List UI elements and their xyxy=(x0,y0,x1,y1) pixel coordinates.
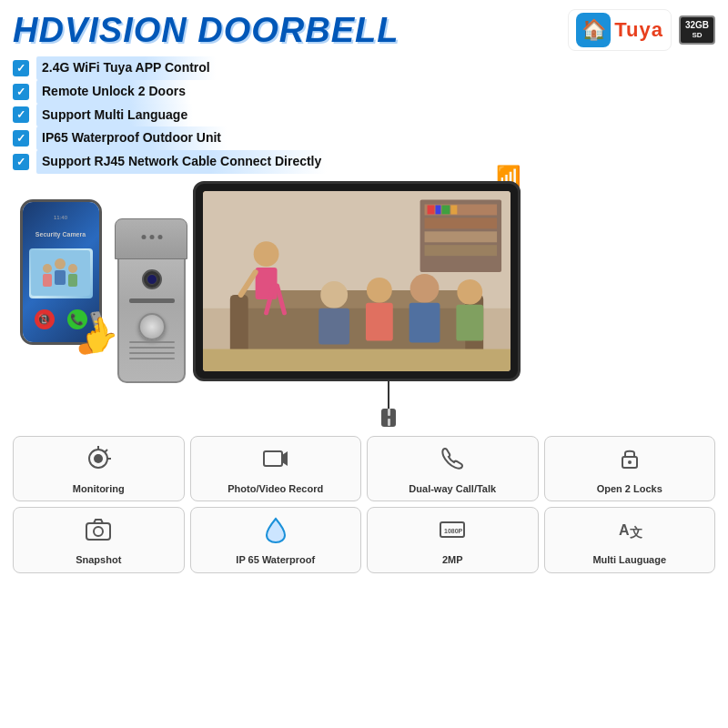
logos-area: 🏠 Tuya 32GB SD xyxy=(568,9,715,51)
svg-rect-22 xyxy=(203,349,511,371)
page-title: HDVISION DOORBELL xyxy=(13,11,399,50)
resolution-label: 2MP xyxy=(442,553,463,566)
vent-4 xyxy=(129,358,175,359)
feature-card-call: Dual-way Call/Talk xyxy=(367,436,539,501)
language-icon: A 文 xyxy=(615,515,644,550)
outdoor-slot xyxy=(129,298,175,303)
feature-card-monitoring: Monitoring xyxy=(13,436,185,501)
svg-rect-2 xyxy=(55,270,66,285)
monitoring-label: Monitoring xyxy=(73,482,125,495)
svg-line-39 xyxy=(105,450,107,452)
feature-item-1: ✓ 2.4G WiFi Tuya APP Control xyxy=(13,56,715,80)
svg-point-46 xyxy=(94,527,103,536)
svg-text:文: 文 xyxy=(630,525,642,540)
header: HDVISION DOORBELL 🏠 Tuya 32GB SD xyxy=(13,9,715,51)
feature-card-resolution: 1080P 2MP xyxy=(367,507,539,572)
svg-rect-35 xyxy=(456,305,483,341)
monitor-screen xyxy=(203,191,511,371)
end-call-button[interactable]: 📵 xyxy=(35,309,55,329)
svg-rect-4 xyxy=(43,274,52,287)
svg-point-3 xyxy=(43,264,52,273)
outdoor-dots xyxy=(141,235,162,239)
tuya-logo: 🏠 Tuya xyxy=(568,9,672,51)
feature-cards-grid: Monitoring Photo/Video Record Dual-way C… xyxy=(13,436,715,573)
svg-rect-33 xyxy=(410,303,440,343)
svg-point-37 xyxy=(94,454,103,463)
svg-rect-15 xyxy=(435,205,440,214)
tuya-home-icon: 🏠 xyxy=(576,13,611,47)
svg-point-44 xyxy=(628,460,632,464)
check-icon-2: ✓ xyxy=(13,84,29,100)
svg-rect-12 xyxy=(425,231,498,242)
snapshot-label: Snapshot xyxy=(76,553,121,566)
outdoor-dot-2 xyxy=(149,235,154,239)
svg-rect-45 xyxy=(86,523,110,540)
feature-card-snapshot: Snapshot xyxy=(13,507,185,572)
sd-card-badge: 32GB SD xyxy=(679,15,715,45)
locks-icon xyxy=(615,444,644,479)
tuya-brand-text: Tuya xyxy=(614,18,663,42)
plug-pin-2 xyxy=(388,419,390,426)
feature-text-3: Support Multi Language xyxy=(36,104,193,127)
feature-item-5: ✓ Support RJ45 Network Cable Connect Dir… xyxy=(13,150,715,174)
outdoor-dot-1 xyxy=(141,235,146,239)
feature-text-4: IP65 Waterproof Outdoor Unit xyxy=(36,126,227,150)
svg-point-28 xyxy=(320,281,348,308)
check-icon-4: ✓ xyxy=(13,130,29,147)
svg-point-34 xyxy=(457,279,482,305)
monitor-wrapper: 📶 xyxy=(193,181,530,427)
outdoor-unit: 👆 xyxy=(117,224,186,383)
svg-text:1080P: 1080P xyxy=(444,528,463,534)
doorbell-button[interactable] xyxy=(138,313,166,340)
svg-rect-24 xyxy=(256,268,278,299)
outdoor-vents xyxy=(129,341,175,363)
outdoor-camera xyxy=(142,269,162,289)
phone-top-bar: 11:40 xyxy=(54,215,67,220)
plug-pin-1 xyxy=(388,409,390,416)
svg-rect-20 xyxy=(230,295,248,354)
call-label: Dual-way Call/Talk xyxy=(409,482,496,495)
svg-rect-16 xyxy=(441,205,450,214)
record-icon xyxy=(261,444,290,479)
features-list: ✓ 2.4G WiFi Tuya APP Control ✓ Remote Un… xyxy=(13,56,715,174)
feature-item-3: ✓ Support Multi Language xyxy=(13,104,715,127)
call-icon xyxy=(438,444,467,479)
svg-point-23 xyxy=(254,241,279,267)
feature-card-locks: Open 2 Locks xyxy=(544,436,716,501)
cable-plug-area xyxy=(193,381,530,427)
cable xyxy=(388,381,389,409)
outdoor-dot-3 xyxy=(157,235,162,239)
svg-point-32 xyxy=(410,274,440,303)
feature-text-2: Remote Unlock 2 Doors xyxy=(36,80,191,104)
svg-text:A: A xyxy=(619,522,630,538)
waterproof-label: IP 65 Waterproof xyxy=(236,553,315,566)
language-label: Multi Lauguage xyxy=(592,553,666,566)
feature-card-record: Photo/Video Record xyxy=(190,436,362,501)
svg-point-30 xyxy=(367,278,392,303)
svg-rect-13 xyxy=(425,245,498,256)
power-plug xyxy=(381,409,396,427)
svg-rect-17 xyxy=(450,205,457,214)
waterproof-icon xyxy=(261,515,290,550)
feature-item-4: ✓ IP65 Waterproof Outdoor Unit xyxy=(13,126,715,150)
svg-rect-41 xyxy=(264,451,282,466)
svg-rect-31 xyxy=(366,303,393,341)
doorbell-unit: 👆 📶 xyxy=(117,181,530,427)
main-container: HDVISION DOORBELL 🏠 Tuya 32GB SD ✓ 2.4G … xyxy=(0,0,728,728)
record-label: Photo/Video Record xyxy=(228,482,323,495)
monitoring-icon xyxy=(84,444,113,479)
snapshot-icon xyxy=(84,515,113,550)
product-area: 11:40 Security Camera xyxy=(13,181,715,427)
svg-point-1 xyxy=(55,258,66,269)
vent-3 xyxy=(129,352,175,354)
indoor-monitor xyxy=(193,181,521,381)
vent-1 xyxy=(129,341,175,343)
finger-icon: 👆 xyxy=(76,313,123,358)
svg-rect-14 xyxy=(428,205,435,214)
feature-text-1: 2.4G WiFi Tuya APP Control xyxy=(36,56,216,80)
camera-lens xyxy=(147,274,157,285)
feature-text-5: Support RJ45 Network Cable Connect Direc… xyxy=(36,150,327,174)
phone-cam-image xyxy=(29,248,93,298)
feature-item-2: ✓ Remote Unlock 2 Doors xyxy=(13,80,715,104)
vent-2 xyxy=(129,347,175,349)
